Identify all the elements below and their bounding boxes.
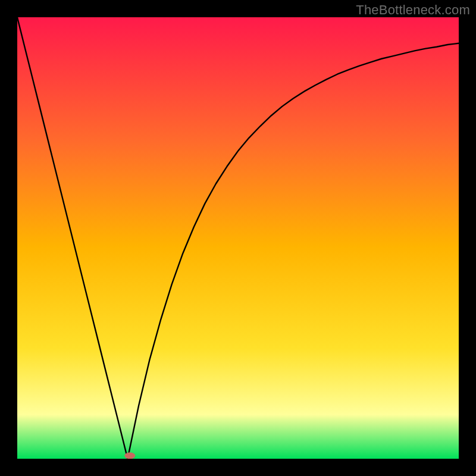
- chart-frame: TheBottleneck.com: [0, 0, 476, 476]
- watermark-text: TheBottleneck.com: [356, 2, 470, 18]
- minimum-marker: [124, 452, 135, 459]
- gradient-background: [17, 17, 459, 459]
- bottleneck-chart: [17, 17, 459, 459]
